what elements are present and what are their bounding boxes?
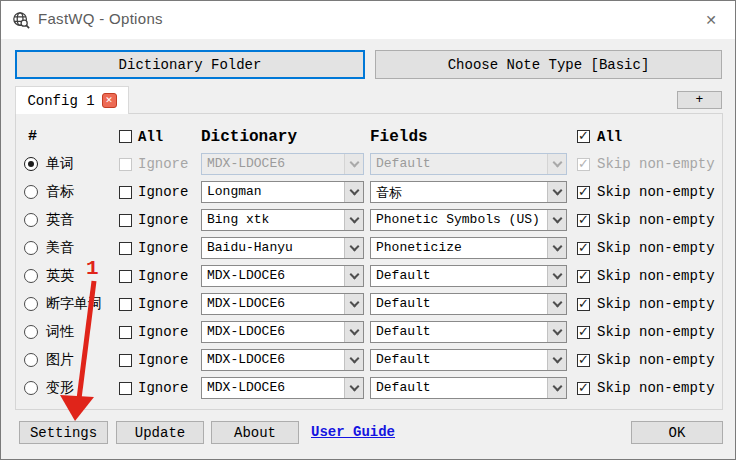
tab-label: Config 1 xyxy=(27,93,94,109)
row-radio[interactable] xyxy=(24,213,38,227)
fields-header: Fields xyxy=(370,128,428,146)
row-label: 图片 xyxy=(46,351,74,369)
skip-label: Skip non-empty xyxy=(597,380,715,396)
chevron-down-icon xyxy=(344,378,363,398)
skip-checkbox[interactable] xyxy=(577,354,590,367)
chevron-down-icon xyxy=(344,350,363,370)
ignore-checkbox[interactable] xyxy=(119,214,132,227)
row-label: 英英 xyxy=(46,267,74,285)
row-label: 单词 xyxy=(46,155,74,173)
row-label: 变形 xyxy=(46,379,74,397)
skip-checkbox[interactable] xyxy=(577,186,590,199)
dictionary-select[interactable]: MDX-LDOCE6 xyxy=(201,349,364,371)
window-close-button[interactable]: ✕ xyxy=(697,7,725,33)
fields-select[interactable]: Phonetic Symbols (US) xyxy=(370,209,567,231)
ignore-label: Ignore xyxy=(138,156,188,172)
dictionary-select: MDX-LDOCE6 xyxy=(201,153,364,175)
dictionary-select[interactable]: Longman xyxy=(201,181,364,203)
fields-select[interactable]: Phoneticize xyxy=(370,237,567,259)
row-radio[interactable] xyxy=(24,297,38,311)
table-row: 英音 Ignore Bing xtk Phonetic Symbols (US)… xyxy=(16,206,722,234)
ignore-checkbox[interactable] xyxy=(119,326,132,339)
ok-button[interactable]: OK xyxy=(631,421,723,444)
settings-button[interactable]: Settings xyxy=(19,421,108,444)
dictionary-select[interactable]: MDX-LDOCE6 xyxy=(201,293,364,315)
ignore-checkbox[interactable] xyxy=(119,298,132,311)
row-radio[interactable] xyxy=(24,157,38,171)
chevron-down-icon xyxy=(547,210,566,230)
dictionary-select[interactable]: Bing xtk xyxy=(201,209,364,231)
user-guide-link[interactable]: User Guide xyxy=(311,424,395,440)
row-radio[interactable] xyxy=(24,269,38,283)
row-radio[interactable] xyxy=(24,185,38,199)
dictionary-select[interactable]: Baidu-Hanyu xyxy=(201,237,364,259)
skip-checkbox[interactable] xyxy=(577,382,590,395)
table-row: 词性 Ignore MDX-LDOCE6 Default Skip non-em… xyxy=(16,318,722,346)
chevron-down-icon xyxy=(547,266,566,286)
chevron-down-icon xyxy=(344,210,363,230)
dictionary-folder-button[interactable]: Dictionary Folder xyxy=(15,50,365,79)
all-ignore-checkbox[interactable] xyxy=(119,130,132,143)
skip-checkbox[interactable] xyxy=(577,214,590,227)
ignore-label: Ignore xyxy=(138,324,188,340)
ignore-checkbox[interactable] xyxy=(119,242,132,255)
skip-checkbox xyxy=(577,158,590,171)
ignore-checkbox xyxy=(119,158,132,171)
skip-label: Skip non-empty xyxy=(597,184,715,200)
chevron-down-icon xyxy=(547,294,566,314)
ignore-label: Ignore xyxy=(138,268,188,284)
fields-select[interactable]: Default xyxy=(370,265,567,287)
skip-checkbox[interactable] xyxy=(577,270,590,283)
table-header-row: # All Dictionary Fields All xyxy=(16,123,722,150)
skip-checkbox[interactable] xyxy=(577,326,590,339)
ignore-label: Ignore xyxy=(138,380,188,396)
fields-select[interactable]: 音标 xyxy=(370,181,567,203)
dictionary-select[interactable]: MDX-LDOCE6 xyxy=(201,321,364,343)
skip-checkbox[interactable] xyxy=(577,242,590,255)
chevron-down-icon xyxy=(547,154,566,174)
skip-label: Skip non-empty xyxy=(597,156,715,172)
ignore-label: Ignore xyxy=(138,184,188,200)
all-skip-checkbox[interactable] xyxy=(577,130,590,143)
chevron-down-icon xyxy=(344,294,363,314)
dictionary-header: Dictionary xyxy=(201,128,297,146)
row-label: 美音 xyxy=(46,239,74,257)
chevron-down-icon xyxy=(344,322,363,342)
table-row: 单词 Ignore MDX-LDOCE6 Default Skip non-em… xyxy=(16,150,722,178)
fields-select[interactable]: Default xyxy=(370,293,567,315)
row-label: 英音 xyxy=(46,211,74,229)
fields-select[interactable]: Default xyxy=(370,349,567,371)
row-radio[interactable] xyxy=(24,325,38,339)
skip-label: Skip non-empty xyxy=(597,212,715,228)
ignore-checkbox[interactable] xyxy=(119,354,132,367)
chevron-down-icon xyxy=(344,154,363,174)
ignore-label: Ignore xyxy=(138,352,188,368)
fields-select[interactable]: Default xyxy=(370,321,567,343)
table-row: 英英 Ignore MDX-LDOCE6 Default Skip non-em… xyxy=(16,262,722,290)
dictionary-select[interactable]: MDX-LDOCE6 xyxy=(201,265,364,287)
ignore-label: Ignore xyxy=(138,296,188,312)
add-config-button[interactable]: + xyxy=(677,91,722,109)
update-button[interactable]: Update xyxy=(116,421,204,444)
all-skip-label: All xyxy=(597,129,622,145)
row-radio[interactable] xyxy=(24,381,38,395)
ignore-checkbox[interactable] xyxy=(119,186,132,199)
chevron-down-icon xyxy=(344,238,363,258)
fields-select[interactable]: Default xyxy=(370,377,567,399)
row-radio[interactable] xyxy=(24,241,38,255)
tab-close-icon[interactable]: ✕ xyxy=(102,93,117,108)
ignore-checkbox[interactable] xyxy=(119,382,132,395)
skip-label: Skip non-empty xyxy=(597,240,715,256)
dictionary-select[interactable]: MDX-LDOCE6 xyxy=(201,377,364,399)
chevron-down-icon xyxy=(344,182,363,202)
fields-select: Default xyxy=(370,153,567,175)
ignore-checkbox[interactable] xyxy=(119,270,132,283)
row-radio[interactable] xyxy=(24,353,38,367)
tab-config-1[interactable]: Config 1 ✕ xyxy=(15,86,129,114)
skip-checkbox[interactable] xyxy=(577,298,590,311)
choose-note-type-button[interactable]: Choose Note Type [Basic] xyxy=(375,50,722,79)
ignore-label: Ignore xyxy=(138,240,188,256)
about-button[interactable]: About xyxy=(211,421,299,444)
table-row: 美音 Ignore Baidu-Hanyu Phoneticize Skip n… xyxy=(16,234,722,262)
skip-label: Skip non-empty xyxy=(597,268,715,284)
